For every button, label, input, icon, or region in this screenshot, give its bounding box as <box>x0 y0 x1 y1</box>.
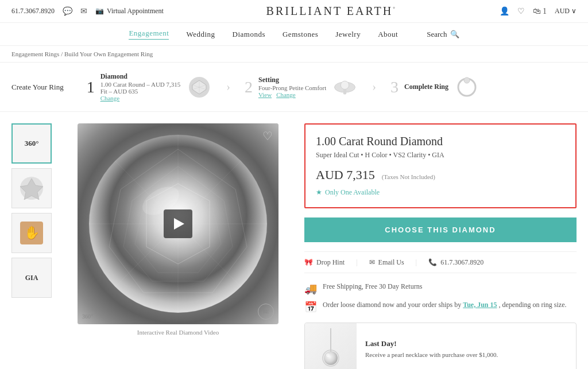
virtual-appointment-link[interactable]: 📷 Virtual Appointment <box>95 7 164 15</box>
currency-label: AUD <box>555 7 570 15</box>
step-1: 1 Diamond 1.00 Carat Round – AUD 7,315 F… <box>75 69 224 104</box>
svg-text:✋: ✋ <box>24 225 40 240</box>
product-price-note: (Taxes Not Included) <box>382 173 435 180</box>
delivery-date: Tue, Jun 15 <box>463 301 497 309</box>
step-1-detail1: 1.00 Carat Round – AUD 7,315 <box>100 81 181 88</box>
promo-image <box>305 323 357 369</box>
thumb-360[interactable]: 360° <box>11 123 52 164</box>
promo-badge: Last Day! <box>365 339 498 348</box>
benefits: 🚚 Free Shipping, Free 30 Day Returns 📅 O… <box>304 282 577 313</box>
play-triangle-icon <box>174 218 184 230</box>
main-image-container: ♡ 360° BE Interactive Real Diamond Video <box>69 123 287 369</box>
nav-diamonds[interactable]: Diamonds <box>233 30 265 39</box>
brand-mark: ° <box>393 6 397 11</box>
thumbnail-sidebar: 360° ✋ GIA <box>11 123 57 369</box>
svg-point-27 <box>324 351 338 365</box>
phone-action[interactable]: 📞 61.7.3067.8920 <box>428 258 483 267</box>
truck-icon: 🚚 <box>304 282 317 295</box>
thumb-360-label: 360° <box>25 139 39 148</box>
step-1-label: Diamond <box>100 72 181 81</box>
hint-icon: 🎀 <box>304 258 313 267</box>
step-2-change[interactable]: Change <box>276 91 296 98</box>
delivery-text: Order loose diamond now and your order s… <box>323 301 567 309</box>
email-us-icon: ✉ <box>369 258 375 267</box>
star-icon: ★ <box>316 188 322 197</box>
bag-icon[interactable]: 🛍 1 <box>533 7 547 16</box>
step-3: 3 Complete Ring <box>379 71 492 103</box>
drop-hint-label: Drop Hint <box>316 258 345 267</box>
step-2-view[interactable]: View <box>258 91 272 98</box>
nav-engagement[interactable]: Engagement <box>129 29 169 40</box>
action-row: 🎀 Drop Hint | ✉ Email Us | 📞 61.7.3067.8… <box>304 251 577 273</box>
nav-wedding[interactable]: Wedding <box>186 30 215 39</box>
top-bar-right: 👤 ♡ 🛍 1 AUD ∨ <box>500 6 577 16</box>
action-divider-1: | <box>356 258 358 267</box>
step-1-number: 1 <box>87 78 95 96</box>
nav-jewelry[interactable]: Jewelry <box>335 30 361 39</box>
step-1-change[interactable]: Change <box>100 95 181 102</box>
wishlist-heart-icon[interactable]: ♡ <box>262 129 273 143</box>
benefit-shipping: 🚚 Free Shipping, Free 30 Day Returns <box>304 282 577 295</box>
choose-diamond-button[interactable]: CHOOSE THIS DIAMOND <box>304 217 577 242</box>
search-icon: 🔍 <box>450 30 459 39</box>
user-icon[interactable]: 👤 <box>500 6 509 16</box>
search-button[interactable]: Search 🔍 <box>427 30 459 39</box>
shipping-text: Free Shipping, Free 30 Day Returns <box>323 282 422 291</box>
main-image: ♡ 360° BE <box>78 123 278 324</box>
corner-logo: BE <box>258 304 274 320</box>
chevron-down-icon: ∨ <box>571 7 577 15</box>
chat-icon[interactable]: 💬 <box>63 6 72 16</box>
currency-selector[interactable]: AUD ∨ <box>555 7 577 15</box>
email-us-label: Email Us <box>378 258 404 267</box>
step-bar: Create Your Ring 1 Diamond 1.00 Carat Ro… <box>0 63 588 112</box>
thumb-gia[interactable]: GIA <box>11 258 52 298</box>
thumb-hand[interactable]: ✋ <box>11 213 52 253</box>
promo-banner: Last Day! Receive a pearl necklace with … <box>304 323 577 369</box>
step-3-image <box>454 74 480 100</box>
step-2-image <box>332 74 358 100</box>
drop-hint-button[interactable]: 🎀 Drop Hint <box>304 258 345 267</box>
step-3-label: Complete Ring <box>404 83 448 91</box>
delivery-suffix: , depending on ring size. <box>499 301 567 309</box>
top-bar: 61.7.3067.8920 💬 ✉ 📷 Virtual Appointment… <box>0 0 588 23</box>
step-2: 2 Setting Four-Prong Petite Comfort View… <box>233 71 369 103</box>
step-bar-title: Create Your Ring <box>11 83 64 92</box>
availability-text: Only One Available <box>325 188 380 197</box>
benefit-delivery: 📅 Order loose diamond now and your order… <box>304 301 577 313</box>
nav-about[interactable]: About <box>378 30 398 39</box>
360-watermark: 360° <box>82 313 93 320</box>
step-1-detail2: Fit – AUD 635 <box>100 88 181 95</box>
main-content: 360° ✋ GIA <box>0 112 588 369</box>
svg-point-9 <box>464 77 470 83</box>
brand-logo[interactable]: BRILLIANT EARTH° <box>164 5 500 18</box>
phone-number[interactable]: 61.7.3067.8920 <box>11 7 55 15</box>
product-info: 1.00 Carat Round Diamond Super Ideal Cut… <box>299 123 577 369</box>
step-2-label: Setting <box>258 76 326 84</box>
product-subtitle: Super Ideal Cut • H Color • VS2 Clarity … <box>316 151 565 160</box>
thumb-sparkle[interactable] <box>11 168 52 208</box>
step-2-detail1: Four-Prong Petite Comfort <box>258 84 326 91</box>
image-caption: Interactive Real Diamond Video <box>137 329 219 336</box>
step-1-info: Diamond 1.00 Carat Round – AUD 7,315 Fit… <box>100 72 181 102</box>
gia-label: GIA <box>25 274 38 282</box>
action-divider-2: | <box>416 258 417 267</box>
email-icon[interactable]: ✉ <box>80 6 87 16</box>
email-us-button[interactable]: ✉ Email Us <box>369 258 404 267</box>
breadcrumb: Engagement Rings / Build Your Own Engage… <box>0 46 588 63</box>
promo-text: Last Day! Receive a pearl necklace with … <box>357 323 506 369</box>
nav-gemstones[interactable]: Gemstones <box>283 30 318 39</box>
step-3-info: Complete Ring <box>404 83 448 91</box>
video-play-button[interactable] <box>164 209 192 238</box>
promo-desc: Receive a pearl necklace with purchase o… <box>365 351 498 358</box>
product-title: 1.00 Carat Round Diamond <box>316 135 565 148</box>
camera-icon: 📷 <box>95 7 104 15</box>
step-1-image <box>186 74 212 100</box>
svg-point-6 <box>341 81 349 89</box>
virtual-appt-label: Virtual Appointment <box>107 7 164 15</box>
search-label: Search <box>427 30 447 39</box>
phone-icon: 📞 <box>428 258 437 267</box>
main-nav: Engagement Wedding Diamonds Gemstones Je… <box>0 23 588 46</box>
svg-point-28 <box>326 354 330 357</box>
wishlist-icon[interactable]: ♡ <box>517 6 525 16</box>
step-2-number: 2 <box>245 78 253 96</box>
